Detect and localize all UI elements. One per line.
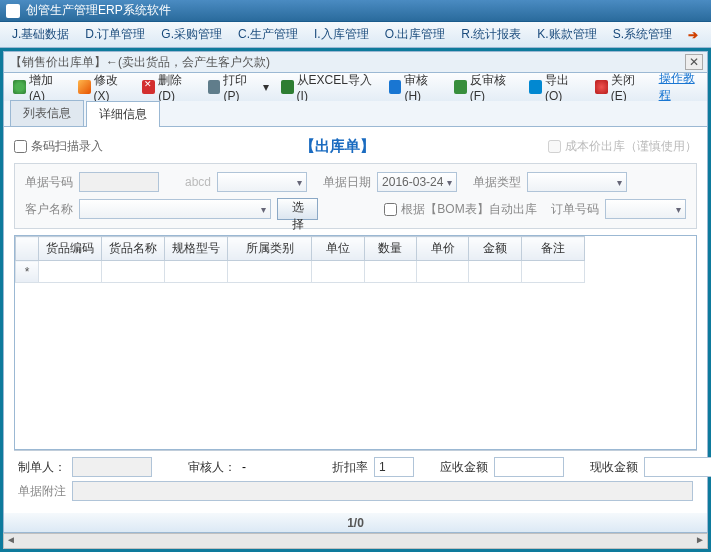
- menu-order[interactable]: D.订单管理: [77, 26, 153, 43]
- printer-icon: [208, 80, 221, 94]
- col-qty[interactable]: 数量: [364, 237, 416, 261]
- type-select[interactable]: [527, 172, 627, 192]
- order-no-select[interactable]: [605, 199, 686, 219]
- close-button[interactable]: 关闭(E): [590, 70, 653, 105]
- plus-icon: [13, 80, 26, 94]
- window-title: 创管生产管理ERP系统软件: [26, 2, 171, 19]
- table-row-new[interactable]: *: [16, 261, 585, 283]
- tabs: 列表信息 详细信息: [3, 101, 708, 127]
- menu-system[interactable]: S.系统管理: [605, 26, 680, 43]
- audit-button[interactable]: 审核(H): [384, 70, 447, 105]
- auditor-value: -: [242, 460, 246, 474]
- bom-checkbox[interactable]: [384, 203, 397, 216]
- menu-tutorial[interactable]: 【视频教程，先看: [706, 26, 711, 43]
- app-icon: [6, 4, 20, 18]
- delete-icon: [142, 80, 155, 94]
- col-amount[interactable]: 金额: [469, 237, 521, 261]
- cost-price-option: 成本价出库（谨慎使用）: [548, 138, 697, 155]
- panel-title: 【销售价出库单】←(卖出货品，会产生客户欠款): [10, 54, 270, 71]
- menu-report[interactable]: R.统计报表: [453, 26, 529, 43]
- excel-icon: [281, 80, 294, 94]
- doc-no-label: 单据号码: [25, 174, 73, 191]
- barcode-checkbox[interactable]: [14, 140, 27, 153]
- panel-close-button[interactable]: ✕: [685, 54, 703, 70]
- col-spec[interactable]: 规格型号: [165, 237, 228, 261]
- maker-label: 制单人：: [18, 459, 66, 476]
- type-label: 单据类型: [473, 174, 521, 191]
- delete-button[interactable]: 删除(D): [137, 70, 200, 105]
- unaudit-button[interactable]: 反审核(F): [449, 70, 522, 105]
- maker-input: [72, 457, 152, 477]
- col-remark[interactable]: 备注: [521, 237, 584, 261]
- form-title: 【出库单】: [115, 137, 560, 156]
- discount-label: 折扣率: [332, 459, 368, 476]
- col-category[interactable]: 所属类别: [228, 237, 312, 261]
- menubar: J.基础数据 D.订单管理 G.采购管理 C.生产管理 I.入库管理 O.出库管…: [0, 22, 711, 48]
- col-price[interactable]: 单价: [417, 237, 469, 261]
- panel-header: 【销售价出库单】←(卖出货品，会产生客户欠款) ✕: [3, 51, 708, 73]
- col-name[interactable]: 货品名称: [102, 237, 165, 261]
- menu-inbound[interactable]: I.入库管理: [306, 26, 377, 43]
- col-unit[interactable]: 单位: [312, 237, 364, 261]
- tab-detail[interactable]: 详细信息: [86, 101, 160, 127]
- customer-label: 客户名称: [25, 201, 73, 218]
- col-code[interactable]: 货品编码: [39, 237, 102, 261]
- doc-no-input: [79, 172, 159, 192]
- new-row-marker: *: [16, 261, 39, 283]
- pencil-icon: [78, 80, 91, 94]
- receivable-input[interactable]: [494, 457, 564, 477]
- pager: 1/0: [347, 516, 364, 530]
- data-table: 货品编码 货品名称 规格型号 所属类别 单位 数量 单价 金额 备注: [14, 235, 697, 450]
- customer-select[interactable]: [79, 199, 271, 219]
- abcd-select[interactable]: [217, 172, 307, 192]
- check-icon: [389, 80, 402, 94]
- order-no-label: 订单号码: [551, 201, 599, 218]
- status-bar: 1/0: [3, 513, 708, 533]
- received-input[interactable]: [644, 457, 711, 477]
- undo-icon: [454, 80, 467, 94]
- tab-list[interactable]: 列表信息: [10, 100, 84, 126]
- close-icon: [595, 80, 608, 94]
- bom-label: 根据【BOM表】自动出库: [401, 201, 536, 218]
- attach-label: 单据附注: [18, 483, 66, 500]
- horizontal-scrollbar[interactable]: [3, 533, 708, 549]
- arrow-icon: ➔: [680, 28, 706, 42]
- menu-account[interactable]: K.账款管理: [529, 26, 604, 43]
- discount-input[interactable]: [374, 457, 414, 477]
- toolbar: 增加(A) 修改(X) 删除(D) 打印(P)▾ 从EXCEL导入(I) 审核(…: [3, 73, 708, 101]
- abcd-label: abcd: [185, 175, 211, 189]
- barcode-label: 条码扫描录入: [31, 138, 103, 155]
- row-header-blank: [16, 237, 39, 261]
- tutorial-link[interactable]: 操作教程: [659, 70, 703, 104]
- attach-input: [72, 481, 693, 501]
- menu-basic[interactable]: J.基础数据: [4, 26, 77, 43]
- export-button[interactable]: 导出(O): [524, 70, 588, 105]
- menu-purchase[interactable]: G.采购管理: [153, 26, 230, 43]
- date-label: 单据日期: [323, 174, 371, 191]
- received-label: 现收金额: [590, 459, 638, 476]
- print-button[interactable]: 打印(P)▾: [203, 70, 274, 105]
- menu-outbound[interactable]: O.出库管理: [377, 26, 454, 43]
- excel-import-button[interactable]: 从EXCEL导入(I): [276, 70, 382, 105]
- menu-production[interactable]: C.生产管理: [230, 26, 306, 43]
- titlebar: 创管生产管理ERP系统软件: [0, 0, 711, 22]
- select-button[interactable]: 选择: [277, 198, 318, 220]
- export-icon: [529, 80, 542, 94]
- auditor-label: 审核人：: [188, 459, 236, 476]
- receivable-label: 应收金额: [440, 459, 488, 476]
- date-picker[interactable]: 2016-03-24: [377, 172, 457, 192]
